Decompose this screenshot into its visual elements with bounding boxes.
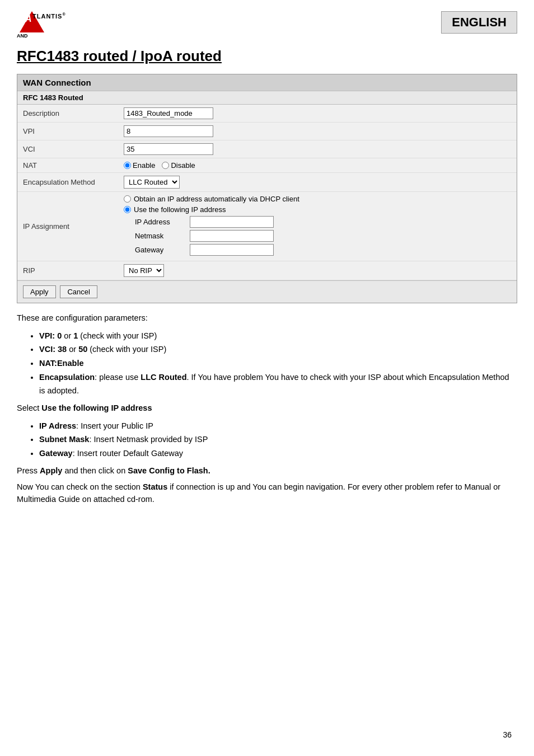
table-row: IP Assignment Obtain an IP address autom… xyxy=(17,192,517,261)
cancel-button[interactable]: Cancel xyxy=(60,285,97,298)
ip-adress-post: : Insert your Public IP xyxy=(76,421,153,430)
subnet-bold: Subnet Mask xyxy=(39,435,89,444)
press-bold2: Save Config to Flash. xyxy=(128,466,210,475)
gateway-input[interactable] xyxy=(190,244,274,256)
gateway-row: Gateway xyxy=(135,244,511,256)
list-item: VCI: 38 or 50 (check with your ISP) xyxy=(39,342,517,356)
buttons-row: Apply Cancel xyxy=(17,280,517,303)
encap-post: : please use xyxy=(95,373,140,382)
gateway-post: : Insert router Default Gateway xyxy=(73,449,183,458)
list-item: NAT:Enable xyxy=(39,356,517,370)
list-item: Encapsulation: please use LLC Routed. If… xyxy=(39,370,517,398)
ip-address-input[interactable] xyxy=(190,216,274,228)
press-pre: Press xyxy=(17,466,40,475)
wan-box-header: WAN Connection xyxy=(17,74,517,91)
logo-area: A TLANTIS® AND xyxy=(17,11,67,42)
vci-input[interactable] xyxy=(124,143,213,155)
wan-connection-box: WAN Connection RFC 1483 Routed Descripti… xyxy=(17,74,517,303)
select-text: Select Use the following IP address xyxy=(17,402,517,415)
ip-manual-text: Use the following IP address xyxy=(134,205,226,214)
page-number: 36 xyxy=(503,730,512,739)
vci-pre: VCI: xyxy=(39,345,58,354)
ip-dhcp-option: Obtain an IP address automatically via D… xyxy=(124,195,511,203)
vpi-input[interactable] xyxy=(124,125,213,137)
netmask-field-label: Netmask xyxy=(135,232,185,240)
section-rfc1483-header: RFC 1483 Routed xyxy=(17,91,517,105)
description-label: Description xyxy=(17,105,118,123)
nat-cell: Enable Disable xyxy=(118,158,517,173)
table-row: NAT Enable Disable xyxy=(17,158,517,173)
ip-manual-option: Use the following IP address xyxy=(124,205,511,214)
nat-disable-radio[interactable] xyxy=(162,162,169,169)
logo-tlantis-text: TLANTIS® xyxy=(32,12,66,20)
subnet-post: : Insert Netmask provided by ISP xyxy=(89,435,208,444)
vpi-mid: or xyxy=(62,331,73,340)
press-text: Press Apply and then click on Save Confi… xyxy=(17,465,517,477)
vci-cell xyxy=(118,140,517,158)
vci-mid: or xyxy=(67,345,78,354)
list-item: IP Adress: Insert your Public IP xyxy=(39,419,517,433)
encap-select[interactable]: LLC Routed xyxy=(124,176,180,189)
now-bold: Status xyxy=(143,482,167,491)
table-row: RIP No RIP xyxy=(17,261,517,280)
now-text: Now You can check on the section Status … xyxy=(17,481,517,506)
logo-box: A TLANTIS® AND xyxy=(17,11,67,42)
vci-bold2: 50 xyxy=(78,345,87,354)
netmask-input[interactable] xyxy=(190,230,274,242)
ip-dhcp-text: Obtain an IP address automatically via D… xyxy=(134,195,299,203)
nat-enable-label[interactable]: Enable xyxy=(124,161,155,170)
ip-sub-fields: IP Address Netmask Gateway xyxy=(135,216,511,256)
select-bold: Use the following IP address xyxy=(41,403,152,412)
table-row: Encapsulation Method LLC Routed xyxy=(17,173,517,192)
english-badge: ENGLISH xyxy=(441,11,517,34)
description-input[interactable] xyxy=(124,107,213,119)
nat-disable-text: Disable xyxy=(171,161,195,170)
table-row: VCI xyxy=(17,140,517,158)
encap-cell: LLC Routed xyxy=(118,173,517,192)
ip-assignment-label: IP Assignment xyxy=(17,192,118,261)
table-row: VPI xyxy=(17,123,517,140)
apply-button[interactable]: Apply xyxy=(23,285,56,298)
ip-manual-radio[interactable] xyxy=(124,206,131,213)
description-cell xyxy=(118,105,517,123)
encap-bold2: LLC Routed xyxy=(140,373,186,382)
vci-post: (check with your ISP) xyxy=(87,345,166,354)
ip-dhcp-radio[interactable] xyxy=(124,195,131,203)
vpi-bold: VPI: xyxy=(39,331,57,340)
encap-bold: Encapsulation xyxy=(39,373,95,382)
select-pre: Select xyxy=(17,403,41,412)
vpi-post: (check with your ISP) xyxy=(78,331,157,340)
press-mid: and then click on xyxy=(62,466,128,475)
nat-radio-group: Enable Disable xyxy=(124,161,511,170)
gateway-bold: Gateway xyxy=(39,449,73,458)
nat-label: NAT xyxy=(17,158,118,173)
rip-select[interactable]: No RIP xyxy=(124,264,164,277)
config-bullet-list: VPI: 0 or 1 (check with your ISP) VCI: 3… xyxy=(39,329,517,398)
ip-adress-bold: IP Adress xyxy=(39,421,76,430)
vci-label: VCI xyxy=(17,140,118,158)
vpi-label: VPI xyxy=(17,123,118,140)
table-row: Description xyxy=(17,105,517,123)
page-header: A TLANTIS® AND ENGLISH xyxy=(17,11,517,42)
encap-label: Encapsulation Method xyxy=(17,173,118,192)
intro-text: These are configuration parameters: xyxy=(17,312,517,325)
gateway-field-label: Gateway xyxy=(135,246,185,254)
netmask-row: Netmask xyxy=(135,230,511,242)
rip-label: RIP xyxy=(17,261,118,280)
page-title: RFC1483 routed / IpoA routed xyxy=(17,48,517,65)
form-table: Description VPI VCI NAT xyxy=(17,105,517,280)
nat-bullet-text: NAT:Enable xyxy=(39,359,84,368)
logo-a-icon: A xyxy=(25,14,32,24)
vpi-cell xyxy=(118,123,517,140)
list-item: Subnet Mask: Insert Netmask provided by … xyxy=(39,433,517,447)
list-item: VPI: 0 or 1 (check with your ISP) xyxy=(39,329,517,343)
press-bold: Apply xyxy=(40,466,62,475)
nat-disable-label[interactable]: Disable xyxy=(162,161,195,170)
logo-and-text: AND xyxy=(17,33,28,39)
nat-enable-text: Enable xyxy=(133,161,155,170)
ip-assignment-cell: Obtain an IP address automatically via D… xyxy=(118,192,517,261)
ip-address-field-label: IP Address xyxy=(135,218,185,226)
vci-bold1: 38 xyxy=(58,345,67,354)
nat-enable-radio[interactable] xyxy=(124,162,131,169)
now-pre: Now You can check on the section xyxy=(17,482,143,491)
